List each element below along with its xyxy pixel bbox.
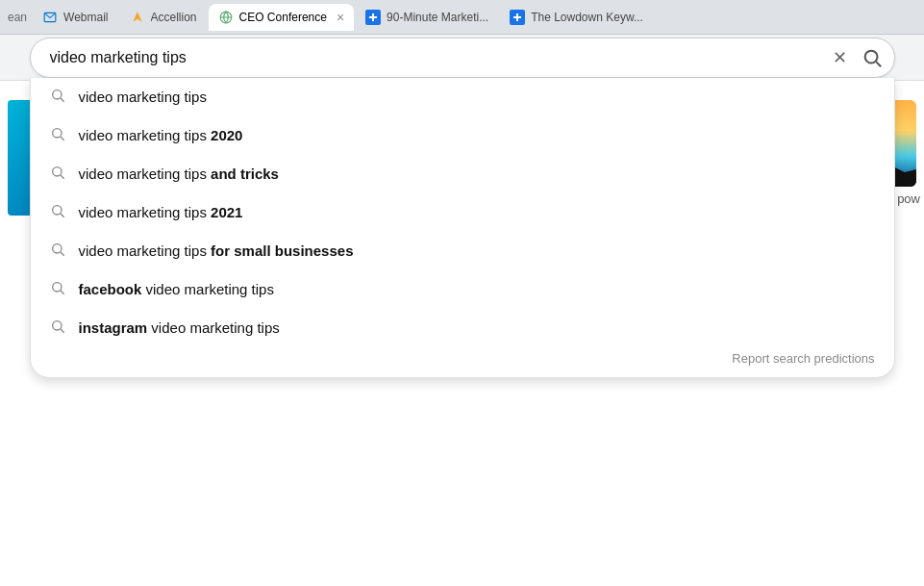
tab-lowdown-label: The Lowdown Keyw... xyxy=(531,11,643,24)
tab-90-minute[interactable]: 90-Minute Marketi... xyxy=(356,4,498,31)
search-suggestion-icon-6 xyxy=(50,280,69,299)
search-icon xyxy=(862,47,883,68)
svg-line-17 xyxy=(61,214,64,217)
autocomplete-item-1[interactable]: video marketing tips xyxy=(31,78,894,116)
tab-partial-left: ean xyxy=(4,11,31,24)
suggestion-text-5: video marketing tips for small businesse… xyxy=(79,242,875,259)
autocomplete-item-7[interactable]: instagram video marketing tips xyxy=(31,309,894,347)
clear-search-button[interactable]: ✕ xyxy=(833,47,847,68)
tab-webmail[interactable]: Webmail xyxy=(33,4,117,31)
autocomplete-item-4[interactable]: video marketing tips 2021 xyxy=(31,193,894,232)
svg-point-16 xyxy=(52,205,61,214)
search-suggestion-icon-7 xyxy=(50,318,69,338)
search-suggestion-icon-1 xyxy=(50,88,69,107)
ceo-icon xyxy=(218,10,234,25)
svg-line-19 xyxy=(61,252,64,256)
search-suggestion-icon-4 xyxy=(50,203,69,222)
svg-line-21 xyxy=(61,291,64,294)
tab-accellion-label: Accellion xyxy=(151,11,197,24)
svg-line-15 xyxy=(61,175,64,179)
90min-icon xyxy=(365,10,381,25)
accellion-icon xyxy=(130,10,145,25)
svg-point-14 xyxy=(52,166,61,175)
autocomplete-item-2[interactable]: video marketing tips 2020 xyxy=(31,116,894,155)
svg-point-18 xyxy=(52,243,61,252)
autocomplete-item-5[interactable]: video marketing tips for small businesse… xyxy=(31,232,894,270)
autocomplete-item-6[interactable]: facebook video marketing tips xyxy=(31,270,894,309)
svg-line-13 xyxy=(61,137,64,140)
webmail-icon xyxy=(42,10,58,25)
suggestion-text-6: facebook video marketing tips xyxy=(79,281,875,297)
search-suggestion-icon-5 xyxy=(50,242,69,261)
autocomplete-item-3[interactable]: video marketing tips and tricks xyxy=(31,155,894,193)
tab-bar: ean Webmail Accellion CEO Conference × xyxy=(0,0,924,35)
svg-point-8 xyxy=(864,50,877,63)
tab-close-icon[interactable]: × xyxy=(337,10,344,25)
svg-marker-1 xyxy=(133,12,141,22)
search-input[interactable] xyxy=(30,38,895,78)
search-box-wrapper: ✕ video marketing tips video marketing t… xyxy=(30,38,895,78)
svg-point-10 xyxy=(52,89,61,98)
partial-tab-label: ean xyxy=(8,11,27,24)
report-predictions-label: Report search predictions xyxy=(732,351,874,366)
suggestion-text-7: instagram video marketing tips xyxy=(79,319,875,336)
search-submit-button[interactable] xyxy=(853,41,891,74)
autocomplete-dropdown: video marketing tips video marketing tip… xyxy=(30,78,895,378)
suggestion-text-4: video marketing tips 2021 xyxy=(79,204,875,220)
tab-lowdown[interactable]: The Lowdown Keyw... xyxy=(500,4,653,31)
tab-ceo-conference[interactable]: CEO Conference × xyxy=(209,4,355,31)
search-suggestion-icon-3 xyxy=(50,165,69,184)
svg-line-9 xyxy=(876,62,881,66)
report-predictions[interactable]: Report search predictions xyxy=(31,347,894,369)
address-bar-row: ✕ video marketing tips video marketing t… xyxy=(0,35,924,81)
lowdown-icon xyxy=(510,10,525,25)
tab-90min-label: 90-Minute Marketi... xyxy=(387,11,488,24)
tab-accellion[interactable]: Accellion xyxy=(120,4,207,31)
suggestion-text-2: video marketing tips 2020 xyxy=(79,127,875,143)
svg-line-11 xyxy=(61,98,64,102)
svg-point-22 xyxy=(52,320,61,329)
search-suggestion-icon-2 xyxy=(50,126,69,145)
tab-ceo-conference-label: CEO Conference xyxy=(239,11,327,24)
svg-point-20 xyxy=(52,282,61,291)
tab-webmail-label: Webmail xyxy=(63,11,108,24)
suggestion-text-1: video marketing tips xyxy=(79,89,875,105)
svg-point-12 xyxy=(52,128,61,137)
svg-line-23 xyxy=(61,329,64,333)
suggestion-text-3: video marketing tips and tricks xyxy=(79,166,875,182)
